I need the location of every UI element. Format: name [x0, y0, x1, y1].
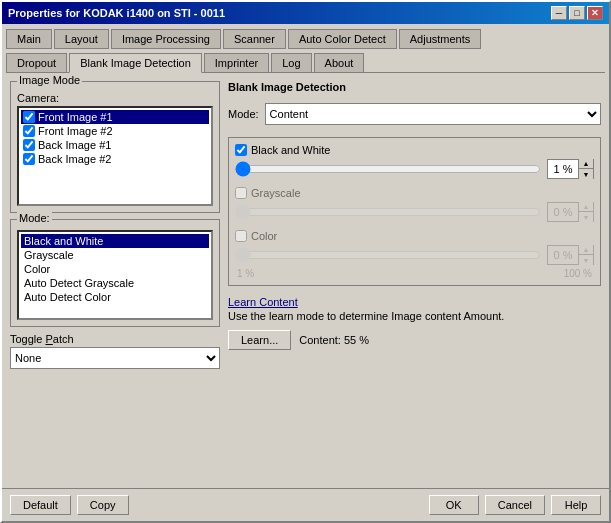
grayscale-checkbox[interactable]: [235, 187, 247, 199]
bw-spin-box: ▲ ▼: [547, 159, 594, 179]
camera-label-back1: Back Image #1: [38, 139, 111, 151]
tab-image-processing[interactable]: Image Processing: [111, 29, 221, 49]
grayscale-spin-box: ▲ ▼: [547, 202, 594, 222]
close-button[interactable]: ✕: [587, 6, 603, 20]
color-spin-up[interactable]: ▲: [579, 245, 593, 255]
mode-item-bw[interactable]: Black and White: [21, 234, 209, 248]
color-slider-container: [235, 245, 541, 265]
help-button[interactable]: Help: [551, 495, 601, 515]
default-button[interactable]: Default: [10, 495, 71, 515]
learn-button[interactable]: Learn...: [228, 330, 291, 350]
bw-slider-container: [235, 159, 541, 179]
detection-mode-label: Mode:: [228, 108, 259, 120]
grayscale-slider[interactable]: [235, 203, 541, 221]
tab-log[interactable]: Log: [271, 53, 311, 73]
main-window: Properties for KODAK i1400 on STI - 0011…: [0, 0, 611, 523]
image-mode-label: Image Mode: [17, 74, 82, 86]
grayscale-label: Grayscale: [251, 187, 301, 199]
bw-spin-value[interactable]: [548, 160, 578, 178]
grayscale-spin-value[interactable]: [548, 203, 578, 221]
learn-title[interactable]: Learn Content: [228, 296, 601, 308]
mode-item-grayscale[interactable]: Grayscale: [21, 248, 209, 262]
bw-spin-up[interactable]: ▲: [579, 159, 593, 169]
title-bar: Properties for KODAK i1400 on STI - 0011…: [2, 2, 609, 24]
grayscale-spin-up[interactable]: ▲: [579, 202, 593, 212]
learn-desc: Use the learn mode to determine Image co…: [228, 310, 601, 322]
color-spin-down[interactable]: ▼: [579, 255, 593, 265]
slider-labels-row: 1 % 100 %: [235, 268, 594, 279]
color-spin-value[interactable]: [548, 246, 578, 264]
grayscale-detect-header: Grayscale: [235, 187, 594, 199]
detection-mode-select[interactable]: Content Size Both: [265, 103, 601, 125]
tab-dropout[interactable]: Dropout: [6, 53, 67, 73]
mode-group-label: Mode:: [17, 212, 52, 224]
tab-main[interactable]: Main: [6, 29, 52, 49]
camera-label: Camera:: [17, 92, 213, 104]
left-panel: Image Mode Camera: Front Image #1 Front …: [10, 81, 220, 480]
copy-button[interactable]: Copy: [77, 495, 129, 515]
grayscale-slider-container: [235, 202, 541, 222]
cancel-button[interactable]: Cancel: [485, 495, 545, 515]
color-label: Color: [251, 230, 277, 242]
color-slider[interactable]: [235, 246, 541, 264]
camera-checkbox-back2[interactable]: [23, 153, 35, 165]
bw-slider[interactable]: [235, 160, 541, 178]
tabs-row2: Dropout Blank Image Detection Imprinter …: [2, 48, 609, 72]
toggle-patch-select[interactable]: None Patch 1 Patch 2 Patch 3: [10, 347, 220, 369]
bottom-bar: Default Copy OK Cancel Help: [2, 488, 609, 521]
ok-button[interactable]: OK: [429, 495, 479, 515]
tab-about[interactable]: About: [314, 53, 365, 73]
camera-item-front1[interactable]: Front Image #1: [21, 110, 209, 124]
tab-scanner[interactable]: Scanner: [223, 29, 286, 49]
maximize-button[interactable]: □: [569, 6, 585, 20]
grayscale-spin-buttons: ▲ ▼: [578, 202, 593, 222]
tab-imprinter[interactable]: Imprinter: [204, 53, 269, 73]
mode-item-color[interactable]: Color: [21, 262, 209, 276]
slider-max-label: 100 %: [564, 268, 592, 279]
bottom-right-buttons: OK Cancel Help: [429, 495, 601, 515]
mode-item-auto-color[interactable]: Auto Detect Color: [21, 290, 209, 304]
mode-list[interactable]: Black and White Grayscale Color Auto Det…: [17, 230, 213, 320]
camera-item-back2[interactable]: Back Image #2: [21, 152, 209, 166]
color-detect-header: Color: [235, 230, 594, 242]
window-title: Properties for KODAK i1400 on STI - 0011: [8, 7, 225, 19]
tabs-row1: Main Layout Image Processing Scanner Aut…: [2, 24, 609, 48]
bw-checkbox[interactable]: [235, 144, 247, 156]
camera-checkbox-back1[interactable]: [23, 139, 35, 151]
grayscale-detect-row: Grayscale ▲ ▼: [235, 187, 594, 222]
color-slider-row: ▲ ▼: [235, 245, 594, 265]
bw-slider-row: ▲ ▼: [235, 159, 594, 179]
color-checkbox[interactable]: [235, 230, 247, 242]
mode-item-auto-grayscale[interactable]: Auto Detect Grayscale: [21, 276, 209, 290]
window-controls: ─ □ ✕: [551, 6, 603, 20]
camera-item-back1[interactable]: Back Image #1: [21, 138, 209, 152]
bw-detect-header: Black and White: [235, 144, 594, 156]
tab-adjustments[interactable]: Adjustments: [399, 29, 482, 49]
learn-section: Learn Content Use the learn mode to dete…: [228, 296, 601, 350]
bw-spin-down[interactable]: ▼: [579, 169, 593, 179]
tab-auto-color-detect[interactable]: Auto Color Detect: [288, 29, 397, 49]
bw-label: Black and White: [251, 144, 330, 156]
detection-mode-row: Mode: Content Size Both: [228, 103, 601, 125]
tab-blank-image-detection[interactable]: Blank Image Detection: [69, 53, 202, 73]
color-spin-box: ▲ ▼: [547, 245, 594, 265]
toggle-patch-underline-char: P: [45, 333, 52, 345]
camera-list[interactable]: Front Image #1 Front Image #2 Back Image…: [17, 106, 213, 206]
color-spin-buttons: ▲ ▼: [578, 245, 593, 265]
grayscale-spin-down[interactable]: ▼: [579, 212, 593, 222]
camera-checkbox-front1[interactable]: [23, 111, 35, 123]
bw-spin-buttons: ▲ ▼: [578, 159, 593, 179]
minimize-button[interactable]: ─: [551, 6, 567, 20]
content-area: Image Mode Camera: Front Image #1 Front …: [2, 73, 609, 488]
detection-settings-group: Black and White ▲ ▼: [228, 137, 601, 286]
right-panel: Blank Image Detection Mode: Content Size…: [228, 81, 601, 480]
camera-label-back2: Back Image #2: [38, 153, 111, 165]
camera-label-front2: Front Image #2: [38, 125, 113, 137]
blank-image-detection-title: Blank Image Detection: [228, 81, 601, 93]
tab-layout[interactable]: Layout: [54, 29, 109, 49]
color-detect-row: Color ▲ ▼: [235, 230, 594, 279]
camera-item-front2[interactable]: Front Image #2: [21, 124, 209, 138]
camera-checkbox-front2[interactable]: [23, 125, 35, 137]
toggle-patch-group: Toggle Patch None Patch 1 Patch 2 Patch …: [10, 333, 220, 369]
grayscale-slider-row: ▲ ▼: [235, 202, 594, 222]
